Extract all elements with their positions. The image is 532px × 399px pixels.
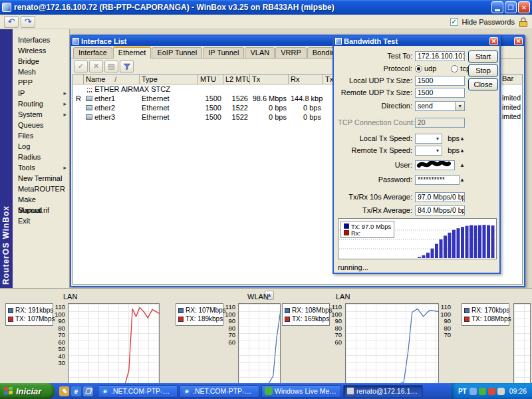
spinner-arrow-icon[interactable]: ▼ <box>435 136 440 141</box>
sidebar-item-ppp[interactable]: PPP <box>13 77 69 88</box>
sidebar-item-interfaces[interactable]: Interfaces <box>13 35 69 45</box>
show-desktop-icon[interactable]: ❐ <box>83 386 93 396</box>
tcp-connection-count-row: TCP Connection Count: 20 <box>338 117 465 128</box>
sidebar-item-tools[interactable]: Tools▸ <box>13 162 69 173</box>
volume-icon[interactable] <box>497 388 505 395</box>
tx-bar <box>491 225 495 258</box>
start-button[interactable]: Start <box>468 51 498 63</box>
legend-swatch <box>464 317 469 322</box>
avg10-label: Tx/Rx 10s Average: <box>338 193 412 201</box>
column-header-label: Rx <box>291 75 299 83</box>
legend-entry: RX: 170kbps <box>464 306 507 315</box>
restore-button[interactable]: ❐ <box>505 1 517 13</box>
sidebar-item-ip[interactable]: IP▸ <box>13 88 69 98</box>
interface-comment-text: ;;; ETHER AIRMAX STCZ <box>84 84 172 94</box>
sidebar-item-manual[interactable]: Manual <box>13 205 69 215</box>
column-header-l2-mtu[interactable]: L2 MTU <box>223 74 250 84</box>
taskbar-button-net-com-ptp-capo[interactable]: e.NET.COM-PTP-CAPO... <box>98 385 178 398</box>
legend-swatch <box>8 308 13 313</box>
radio-tcp[interactable] <box>451 65 458 72</box>
tab-vrrp[interactable]: VRRP <box>275 47 307 58</box>
taskbar-button-renato-172-16-100[interactable]: renato@172.16.100.... <box>343 385 423 398</box>
sidebar-item-bridge[interactable]: Bridge <box>13 56 69 66</box>
bandwidth-test-titlebar[interactable]: Bandwidth Test ✕ <box>334 36 499 46</box>
sidebar-item-new-terminal[interactable]: New Terminal <box>13 173 69 184</box>
legend-entry: Rx: <box>344 229 391 236</box>
local-udp-size-input[interactable]: 1500 <box>415 76 465 86</box>
tab-ethernet[interactable]: Ethernet <box>113 47 152 59</box>
remote-udp-size-input[interactable]: 1500 <box>415 88 465 98</box>
sidebar-item-files[interactable]: Files <box>13 130 69 141</box>
interface-list-close-button[interactable]: ✕ <box>514 37 523 45</box>
tab-interface[interactable]: Interface <box>73 47 112 58</box>
direction-select[interactable]: send <box>415 101 456 111</box>
local-udp-size-label: Local UDP Tx Size: <box>338 76 412 84</box>
taskbar-button-windows-live-messen[interactable]: Windows Live Messen... <box>261 385 341 398</box>
avg-row: Tx/Rx Average: 84.0 Mbps/0 bps <box>338 205 465 215</box>
taskbar-button-net-com-ptp-stcz[interactable]: e.NET.COM-PTP-STCZ... <box>180 385 259 398</box>
close-dialog-button[interactable]: Close <box>468 78 498 90</box>
keyboard-layout-icon[interactable] <box>469 388 477 395</box>
menu-item-label: Bridge <box>18 56 39 66</box>
stop-button[interactable]: Stop <box>468 65 498 76</box>
sidebar-item-queues[interactable]: Queues <box>13 120 69 130</box>
spinner-arrow-icon[interactable]: ▼ <box>435 148 440 153</box>
legend-swatch <box>344 223 349 229</box>
column-header-tx[interactable]: Tx <box>250 74 289 84</box>
radio-udp[interactable] <box>415 65 422 72</box>
collapse-arrow-icon[interactable]: ▲ <box>460 162 465 168</box>
sidebar-item-log[interactable]: Log <box>13 141 69 152</box>
user-input[interactable] <box>415 160 455 170</box>
traffic-graph-2-y-axis: 11010090807060 <box>223 303 237 384</box>
comment-button[interactable]: ▤ <box>104 61 118 72</box>
column-header-rx[interactable]: Rx <box>289 74 323 84</box>
antivirus-shield-icon[interactable] <box>488 388 495 395</box>
tab-eoip-tunnel[interactable]: EoIP Tunnel <box>152 47 202 58</box>
sidebar-item-metarouter[interactable]: MetaROUTER <box>13 184 69 194</box>
column-header-flags[interactable] <box>73 74 84 84</box>
tx-rate: 0 bps <box>250 112 289 122</box>
language-indicator[interactable]: PT <box>458 388 467 395</box>
collapse-arrow-icon[interactable]: ▲ <box>460 136 465 142</box>
hide-passwords-checkbox[interactable]: ✓ <box>450 18 458 26</box>
redo-button[interactable]: ↷ <box>21 16 35 28</box>
start-button-taskbar[interactable]: Iniciar <box>0 383 55 399</box>
test-to-input[interactable]: 172.16.100.101 <box>415 51 465 61</box>
tab-ip-tunnel[interactable]: IP Tunnel <box>203 47 244 58</box>
sidebar-item-system[interactable]: System▸ <box>13 109 69 120</box>
local-tx-speed-label: Local Tx Speed: <box>338 134 412 142</box>
sidebar-item-make-supout-rif[interactable]: Make Supout.rif <box>13 194 69 205</box>
sidebar-item-wireless[interactable]: Wireless <box>13 45 69 56</box>
password-input[interactable]: ********** <box>415 175 460 185</box>
close-button[interactable]: ✕ <box>518 1 530 13</box>
column-header-name[interactable]: Name/ <box>84 74 140 84</box>
sidebar-item-routing[interactable]: Routing▸ <box>13 98 69 109</box>
legend-swatch <box>285 308 290 313</box>
disable-button[interactable]: ✕ <box>89 61 103 72</box>
sidebar-item-mesh[interactable]: Mesh <box>13 66 69 77</box>
interface-list-title: Interface List <box>81 37 126 45</box>
filter-button[interactable] <box>120 61 134 72</box>
sidebar-item-exit[interactable]: Exit <box>13 215 69 226</box>
collapse-arrow-icon[interactable]: ▲ <box>460 148 465 154</box>
bandwidth-test-window: Bandwidth Test ✕ Test To: 172.16.100.101… <box>332 35 501 274</box>
undo-button[interactable]: ↶ <box>4 16 19 28</box>
column-header-mtu[interactable]: MTU <box>198 74 223 84</box>
pencil-icon[interactable]: ✎ <box>59 386 69 396</box>
user-label: User: <box>338 161 412 169</box>
collapse-arrow-icon[interactable]: ▲ <box>460 177 465 183</box>
enable-button[interactable]: ✓ <box>74 61 88 72</box>
y-tick-label: 100 <box>329 311 342 317</box>
minimize-button[interactable] <box>491 1 503 13</box>
messenger-tray-icon[interactable] <box>479 388 486 395</box>
sidebar-item-radius[interactable]: Radius <box>13 152 69 162</box>
bandwidth-test-close-button[interactable]: ✕ <box>489 37 498 45</box>
winbox-window-titlebar[interactable]: renato@172.16.100.72 (RB-PTP-CAPORANGA) … <box>0 0 532 15</box>
toolbar-right-group: ✓ Hide Passwords <box>450 17 528 27</box>
direction-dropdown-arrow-icon[interactable]: ▼ <box>456 101 465 111</box>
legend-entry: TX: 169kbps <box>285 315 327 323</box>
tab-vlan[interactable]: VLAN <box>245 47 275 58</box>
column-header-type[interactable]: Type <box>140 74 198 84</box>
submenu-arrow-icon: ▸ <box>63 98 66 109</box>
internet-explorer-icon[interactable]: e <box>71 386 81 396</box>
